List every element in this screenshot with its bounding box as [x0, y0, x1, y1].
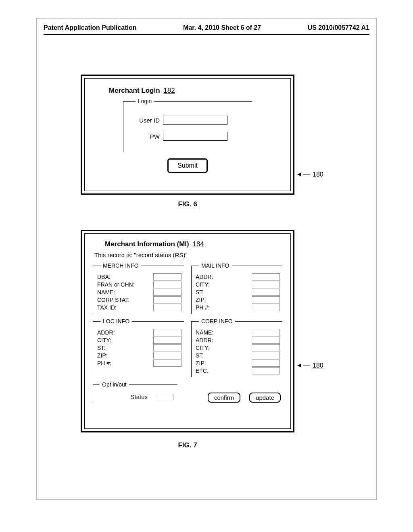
loc-legend: LOC INFO	[100, 318, 132, 324]
merch-info-group: MERCH INFO DBA: FRAN or CHN: NAME: CORP …	[93, 262, 184, 314]
mail-info-group: MAIL INFO ADDR: CITY: ST: ZIP: PH #:	[191, 262, 282, 314]
mail-addr-input[interactable]	[252, 273, 280, 281]
mail-ph-label: PH #:	[196, 304, 210, 311]
fig6-title: Merchant Login 182	[109, 87, 282, 95]
header-rule	[44, 34, 369, 35]
login-legend: Login	[136, 98, 154, 104]
loc-info-group: LOC INFO ADDR: CITY: ST: ZIP: PH #:	[93, 318, 184, 377]
merch-taxid-label: TAX ID:	[97, 304, 117, 311]
mail-st-label: ST:	[196, 289, 204, 295]
loc-addr-input[interactable]	[153, 329, 181, 336]
loc-zip-label: ZIP:	[97, 352, 108, 359]
mail-zip-input[interactable]	[252, 296, 280, 303]
mail-ph-input[interactable]	[252, 304, 280, 311]
corp-name-label: NAME:	[196, 329, 213, 336]
fig7-callout: 180	[297, 362, 323, 369]
corp-etc-input[interactable]	[252, 367, 280, 374]
fig7-title-ref: 184	[192, 240, 204, 248]
loc-ph-input[interactable]	[153, 360, 181, 367]
fig7-callout-num: 180	[313, 362, 323, 369]
mail-zip-label: ZIP:	[196, 297, 206, 303]
corp-city-input[interactable]	[252, 344, 280, 351]
loc-ph-label: PH #:	[97, 360, 111, 366]
merch-taxid-input[interactable]	[153, 304, 181, 311]
pw-input[interactable]	[163, 132, 227, 141]
merch-dba-input[interactable]	[153, 273, 181, 281]
loc-st-label: ST:	[97, 345, 105, 351]
fig7-title-text: Merchant Information (MI)	[105, 240, 189, 248]
opt-status-input[interactable]	[155, 394, 173, 400]
pw-label: PW	[131, 133, 160, 140]
corp-addr-label: ADDR:	[196, 337, 213, 343]
merch-fran-input[interactable]	[153, 281, 181, 288]
fig7-caption: FIG. 7	[81, 441, 294, 449]
loc-zip-input[interactable]	[153, 352, 181, 359]
loc-city-label: CITY:	[97, 337, 111, 343]
corp-st-label: ST:	[196, 352, 204, 359]
opt-status-label: Status	[130, 393, 148, 400]
loc-city-input[interactable]	[153, 337, 181, 344]
header-left: Patent Application Publication	[44, 24, 137, 31]
submit-button[interactable]: Submit	[167, 158, 208, 173]
corp-etc-label: ETC.	[196, 368, 209, 374]
fig6-panel: Merchant Login 182 Login User ID PW Subm…	[81, 75, 294, 195]
merch-corpstat-label: CORP STAT:	[97, 297, 129, 303]
corp-zip-input[interactable]	[252, 360, 280, 367]
update-button[interactable]: update	[249, 393, 281, 403]
mail-st-input[interactable]	[252, 289, 280, 296]
merch-name-label: NAME:	[97, 289, 115, 295]
callout-line	[303, 175, 310, 175]
login-group: Login User ID PW	[123, 98, 252, 152]
userid-input[interactable]	[163, 116, 227, 125]
merch-corpstat-input[interactable]	[153, 296, 181, 303]
fig7-panel: Merchant Information (MI) 184 This recor…	[81, 230, 294, 432]
corp-legend: CORP INFO	[199, 318, 235, 324]
fig6-title-text: Merchant Login	[109, 87, 160, 94]
header-right: US 2010/0057742 A1	[308, 24, 369, 31]
fig6-callout-num: 180	[313, 171, 323, 178]
mail-city-input[interactable]	[252, 281, 280, 288]
merch-dba-label: DBA:	[97, 274, 111, 280]
mail-city-label: CITY:	[196, 281, 210, 288]
corp-zip-label: ZIP:	[196, 360, 206, 366]
loc-st-input[interactable]	[153, 344, 181, 351]
fig6-title-ref: 182	[163, 87, 175, 94]
corp-addr-input[interactable]	[252, 337, 280, 344]
arrow-left-icon	[297, 364, 301, 368]
mail-legend: MAIL INFO	[199, 262, 232, 269]
opt-legend: Opt in/out	[100, 381, 129, 388]
opt-group: Opt in/out Status	[93, 381, 177, 403]
confirm-button[interactable]: confirm	[208, 393, 240, 403]
corp-st-input[interactable]	[252, 352, 280, 359]
mail-addr-label: ADDR:	[196, 274, 213, 280]
merch-legend: MERCH INFO	[100, 262, 141, 269]
corp-name-input[interactable]	[252, 329, 280, 336]
userid-label: User ID	[131, 117, 160, 124]
callout-line	[303, 366, 310, 366]
fig6-callout: 180	[297, 171, 323, 178]
record-status-text: This record is: "record status (RS)"	[94, 251, 282, 258]
loc-addr-label: ADDR:	[97, 329, 115, 336]
fig6-caption: FIG. 6	[81, 200, 294, 208]
header-center: Mar. 4, 2010 Sheet 6 of 27	[183, 24, 261, 31]
merch-fran-label: FRAN or CHN:	[97, 281, 135, 288]
corp-info-group: CORP INFO NAME: ADDR: CITY: ST: ZIP: ETC…	[191, 318, 282, 377]
page-header: Patent Application Publication Mar. 4, 2…	[44, 24, 369, 31]
corp-city-label: CITY:	[196, 345, 210, 351]
arrow-left-icon	[297, 172, 301, 177]
merch-name-input[interactable]	[153, 289, 181, 296]
fig7-title: Merchant Information (MI) 184	[105, 240, 282, 248]
